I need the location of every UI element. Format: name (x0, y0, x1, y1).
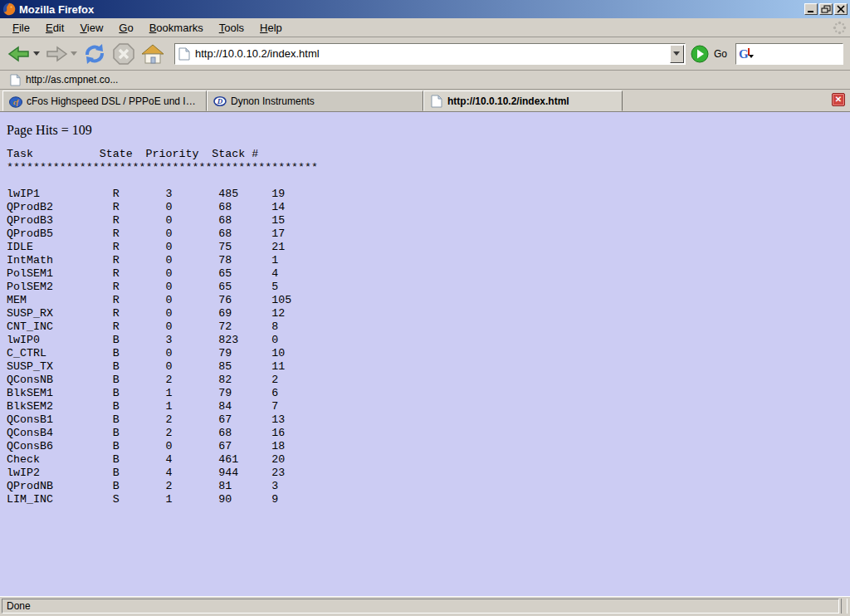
back-button[interactable] (5, 42, 42, 66)
tab-index-html[interactable]: http://10.0.10.2/index.html (423, 90, 623, 111)
back-dropdown-arrow[interactable] (33, 51, 40, 56)
reload-icon (82, 42, 107, 66)
activity-throbber-icon (833, 21, 847, 35)
resize-grip[interactable] (841, 599, 848, 614)
menubar: File Edit View Go Bookmarks Tools Help (0, 18, 850, 37)
url-history-dropdown[interactable] (670, 45, 684, 63)
tab-label: http://10.0.10.2/index.html (447, 95, 569, 107)
window-title: Mozilla Firefox (19, 3, 804, 16)
menu-help[interactable]: Help (256, 19, 286, 37)
svg-text:D: D (217, 97, 223, 105)
page-hits-text: Page Hits = 109 (7, 123, 850, 138)
forward-dropdown-arrow[interactable] (71, 51, 77, 56)
go-button[interactable] (691, 45, 709, 63)
minimize-button[interactable] (804, 3, 818, 15)
home-icon (140, 43, 165, 65)
menu-view[interactable]: View (76, 19, 107, 37)
status-text: Done (2, 599, 839, 614)
search-input[interactable] (755, 44, 843, 64)
chevron-down-icon (673, 51, 680, 56)
go-button-label[interactable]: Go (714, 48, 727, 60)
close-button[interactable] (834, 3, 848, 15)
cfos-favicon: cf (9, 95, 22, 108)
menu-go[interactable]: Go (115, 19, 137, 37)
task-table: Task State Priority Stack # ************… (7, 148, 850, 506)
url-input[interactable] (190, 44, 670, 64)
menu-bookmarks[interactable]: Bookmarks (145, 19, 208, 37)
bookmarks-toolbar: http://as.cmpnet.co... (0, 71, 850, 90)
menu-tools[interactable]: Tools (215, 19, 248, 37)
tab-bar: cf cFos Highspeed DSL / PPPoE und ISDN C… (0, 90, 850, 112)
browser-window: Mozilla Firefox File Edit View Go Bookma… (0, 0, 850, 616)
back-arrow-icon (7, 44, 31, 64)
stop-button[interactable] (110, 40, 138, 68)
page-favicon (430, 95, 443, 108)
firefox-logo-icon (2, 2, 16, 16)
tab-dynon[interactable]: D Dynon Instruments (207, 90, 423, 111)
reload-button[interactable] (80, 40, 110, 68)
tab-label: Dynon Instruments (231, 95, 315, 107)
page-content: Page Hits = 109 Task State Priority Stac… (0, 112, 850, 596)
restore-icon (821, 5, 831, 13)
tab-label: cFos Highspeed DSL / PPPoE und ISDN CAP.… (27, 95, 200, 107)
minimize-icon (806, 5, 816, 13)
forward-arrow-icon (45, 44, 68, 64)
titlebar: Mozilla Firefox (0, 0, 850, 18)
status-bar: Done (0, 596, 850, 616)
menu-file[interactable]: File (8, 19, 34, 37)
dynon-favicon: D (213, 95, 227, 108)
close-tab-button[interactable]: ✕ (832, 93, 845, 106)
bookmark-item[interactable]: http://as.cmpnet.co... (7, 72, 121, 88)
google-search-icon[interactable]: G (739, 46, 755, 61)
search-box[interactable]: G (735, 43, 843, 65)
stop-icon (112, 42, 135, 66)
tab-cfos[interactable]: cf cFos Highspeed DSL / PPPoE und ISDN C… (2, 90, 207, 111)
navigation-toolbar: Go G (0, 37, 850, 71)
forward-button[interactable] (42, 42, 80, 66)
bookmark-label: http://as.cmpnet.co... (26, 74, 118, 86)
page-icon (178, 47, 190, 61)
home-button[interactable] (138, 41, 168, 67)
restore-button[interactable] (819, 3, 833, 15)
close-icon (836, 5, 846, 13)
page-icon (10, 74, 21, 86)
url-bar[interactable] (174, 43, 686, 65)
menu-edit[interactable]: Edit (42, 19, 68, 37)
